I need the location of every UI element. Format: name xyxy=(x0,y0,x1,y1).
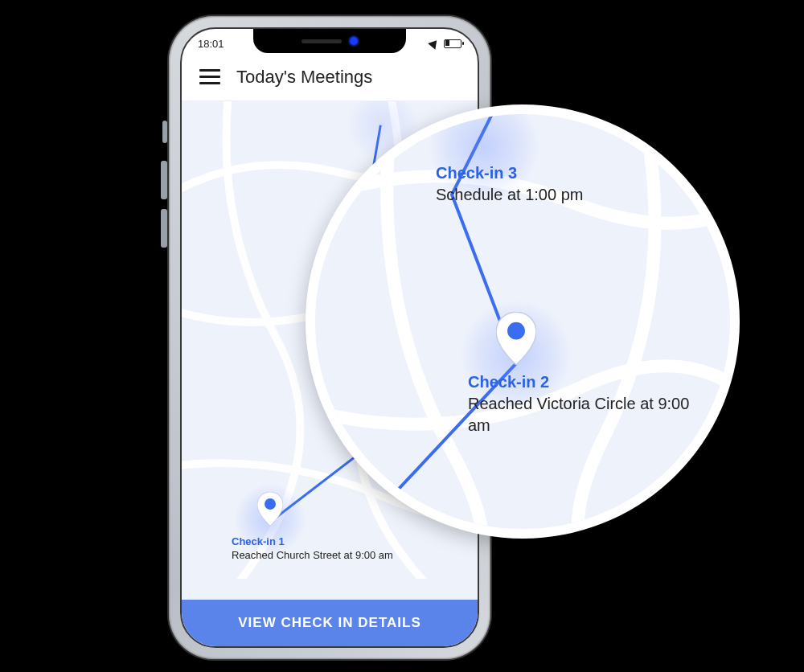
lens-checkin-2-pin[interactable] xyxy=(496,312,536,365)
phone-mute-switch xyxy=(162,121,167,143)
lens-checkin-3-label: Check-in 3 Schedule at 1:00 pm xyxy=(436,162,583,206)
page-title: Today's Meetings xyxy=(236,67,372,88)
battery-icon xyxy=(444,39,461,48)
magnifier-lens: Check-in 3 Schedule at 1:00 pm Check-in … xyxy=(306,104,740,539)
phone-notch xyxy=(253,29,406,53)
svg-point-0 xyxy=(265,498,276,510)
location-icon xyxy=(428,37,441,49)
status-time: 18:01 xyxy=(198,38,224,50)
view-details-button[interactable]: VIEW CHECK IN DETAILS xyxy=(182,600,478,646)
menu-icon[interactable] xyxy=(199,65,220,88)
phone-volume-up xyxy=(161,161,167,199)
checkin-1-label: Check-in 1 Reached Church Street at 9:00… xyxy=(232,535,393,563)
checkin-1-pin[interactable] xyxy=(257,492,283,526)
svg-point-1 xyxy=(507,322,525,340)
status-icons xyxy=(429,39,461,48)
app-header: Today's Meetings xyxy=(182,53,478,101)
speaker-grille xyxy=(302,39,342,43)
phone-volume-down xyxy=(161,209,167,248)
lens-checkin-2-label: Check-in 2 Reached Victoria Circle at 9:… xyxy=(468,371,693,436)
front-camera xyxy=(350,37,358,45)
